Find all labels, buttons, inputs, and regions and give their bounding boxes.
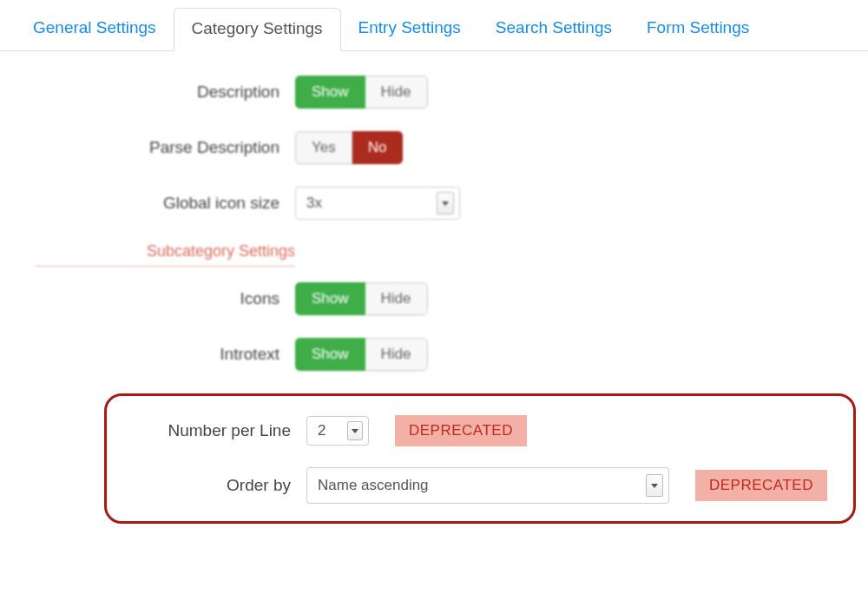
toggle-description-show[interactable]: Show bbox=[295, 76, 365, 109]
toggle-introtext[interactable]: Show Hide bbox=[295, 338, 428, 371]
label-number-per-line: Number per Line bbox=[115, 421, 306, 440]
tab-general-settings[interactable]: General Settings bbox=[16, 8, 174, 51]
section-heading-subcategory: Subcategory Settings bbox=[35, 242, 295, 267]
toggle-icons-show[interactable]: Show bbox=[295, 282, 365, 315]
select-global-icon-size-value: 3x bbox=[306, 195, 322, 212]
select-global-icon-size[interactable]: 3x bbox=[295, 187, 460, 220]
toggle-description-hide[interactable]: Hide bbox=[365, 76, 428, 109]
deprecated-settings-box: Number per Line 2 DEPRECATED Order by Na… bbox=[104, 393, 856, 524]
row-order-by: Order by Name ascending DEPRECATED bbox=[115, 467, 845, 504]
select-number-per-line[interactable]: 2 bbox=[306, 416, 369, 446]
tab-entry-settings[interactable]: Entry Settings bbox=[341, 8, 478, 51]
row-number-per-line: Number per Line 2 DEPRECATED bbox=[115, 415, 845, 446]
chevron-down-icon bbox=[646, 474, 663, 497]
badge-deprecated: DEPRECATED bbox=[395, 415, 527, 446]
badge-deprecated: DEPRECATED bbox=[695, 470, 827, 501]
select-number-per-line-value: 2 bbox=[318, 422, 326, 439]
toggle-introtext-hide[interactable]: Hide bbox=[365, 338, 428, 371]
toggle-description[interactable]: Show Hide bbox=[295, 76, 428, 109]
toggle-parse-description-yes[interactable]: Yes bbox=[295, 131, 352, 164]
toggle-parse-description[interactable]: Yes No bbox=[295, 131, 403, 164]
toggle-introtext-show[interactable]: Show bbox=[295, 338, 365, 371]
chevron-down-icon bbox=[347, 421, 363, 440]
label-order-by: Order by bbox=[115, 476, 306, 495]
select-order-by[interactable]: Name ascending bbox=[306, 467, 669, 504]
tab-form-settings[interactable]: Form Settings bbox=[629, 8, 766, 51]
row-icons: Icons Show Hide bbox=[0, 282, 868, 315]
label-global-icon-size: Global icon size bbox=[0, 194, 295, 213]
label-description: Description bbox=[0, 83, 295, 102]
chevron-down-icon bbox=[437, 192, 454, 215]
tab-search-settings[interactable]: Search Settings bbox=[478, 8, 629, 51]
label-icons: Icons bbox=[0, 289, 295, 308]
label-introtext: Introtext bbox=[0, 345, 295, 364]
tab-category-settings[interactable]: Category Settings bbox=[174, 8, 341, 51]
row-description: Description Show Hide bbox=[0, 76, 868, 109]
settings-tabs: General Settings Category Settings Entry… bbox=[0, 7, 868, 51]
label-parse-description: Parse Description bbox=[0, 138, 295, 157]
toggle-icons[interactable]: Show Hide bbox=[295, 282, 428, 315]
row-parse-description: Parse Description Yes No bbox=[0, 131, 868, 164]
row-introtext: Introtext Show Hide bbox=[0, 338, 868, 371]
toggle-parse-description-no[interactable]: No bbox=[352, 131, 404, 164]
select-order-by-value: Name ascending bbox=[318, 477, 429, 494]
category-settings-panel: Description Show Hide Parse Description … bbox=[0, 51, 868, 524]
row-global-icon-size: Global icon size 3x bbox=[0, 187, 868, 220]
toggle-icons-hide[interactable]: Hide bbox=[365, 282, 428, 315]
